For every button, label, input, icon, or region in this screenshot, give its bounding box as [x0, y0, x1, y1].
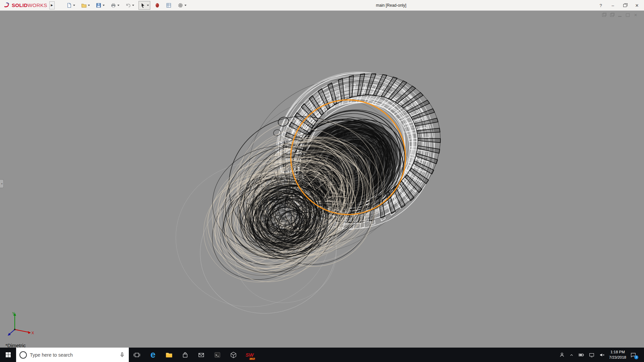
select-button[interactable] — [139, 1, 150, 10]
volume-button[interactable] — [599, 352, 605, 358]
undo-button[interactable] — [124, 1, 136, 10]
restore-icon — [623, 4, 627, 7]
notification-badge: 3 — [634, 355, 638, 359]
solidworks-brand: SOLIDWORKS — [0, 0, 49, 10]
console-icon — [213, 351, 221, 359]
titlebar: SOLIDWORKS ▶ — [0, 0, 644, 11]
open-folder-icon — [81, 2, 87, 8]
start-button[interactable] — [0, 348, 16, 362]
appearance-sphere-icon — [155, 2, 160, 8]
people-button[interactable] — [559, 352, 565, 358]
solidworks-sw-glyph: SW — [246, 352, 254, 358]
open-button[interactable] — [79, 1, 91, 10]
edge-icon: e — [150, 350, 155, 359]
document-title: main [Read-only] — [376, 0, 407, 11]
quick-access-toolbar — [65, 1, 188, 10]
network-pc-icon — [588, 352, 595, 358]
dropdown-caret-icon[interactable] — [147, 5, 149, 6]
dassault-logo-icon — [3, 2, 10, 9]
clock[interactable]: 1:18 PM 7/23/2018 — [609, 350, 626, 360]
task-view-button[interactable] — [129, 348, 145, 362]
new-document-button[interactable] — [65, 1, 76, 10]
cube-3d-icon — [229, 351, 237, 359]
restore-button[interactable] — [620, 1, 630, 9]
microphone-icon[interactable] — [119, 352, 125, 358]
task-view-icon — [133, 351, 141, 359]
gear-icon — [177, 2, 183, 8]
menu-flyout-button[interactable]: ▶ — [49, 1, 55, 9]
people-icon — [559, 352, 565, 358]
solidworks-year-badge: 2017 — [249, 358, 255, 360]
print-button[interactable] — [109, 1, 121, 10]
undo-arrow-icon — [125, 2, 131, 8]
network-button[interactable] — [588, 352, 595, 358]
action-center-button[interactable]: 3 — [630, 352, 637, 358]
tile-window-icon[interactable] — [610, 13, 614, 17]
save-floppy-icon — [96, 2, 102, 8]
save-button[interactable] — [94, 1, 106, 10]
triad-x-label: X — [32, 331, 34, 335]
mdi-close-icon[interactable]: ✕ — [634, 13, 637, 17]
store-bag-icon — [181, 351, 189, 359]
minimize-button[interactable]: – — [608, 1, 618, 9]
file-properties-button[interactable] — [164, 1, 173, 10]
tray-time: 1:18 PM — [609, 350, 626, 355]
taskbar: e SW 2017 — [0, 348, 644, 362]
tray-date: 7/23/2018 — [609, 355, 626, 360]
graphics-area[interactable]: ✕ ◂ Y X *Dimetric — [0, 11, 644, 348]
mdi-minimize-icon[interactable] — [618, 16, 622, 17]
close-button[interactable]: ✕ — [632, 1, 642, 9]
new-document-icon — [66, 2, 72, 8]
dropdown-caret-icon[interactable] — [88, 5, 90, 6]
battery-button[interactable] — [578, 352, 585, 358]
hidden-icons-button[interactable] — [569, 352, 574, 358]
options-button[interactable] — [176, 1, 188, 10]
appearances-button[interactable] — [153, 1, 161, 10]
cortana-icon[interactable] — [19, 351, 27, 359]
taskbar-search[interactable] — [16, 348, 129, 362]
new-window-icon[interactable] — [602, 13, 606, 17]
edge-button[interactable]: e — [145, 348, 161, 362]
search-input[interactable] — [30, 352, 116, 358]
mail-button[interactable] — [193, 348, 209, 362]
dropdown-caret-icon[interactable] — [132, 5, 134, 6]
system-tray: 1:18 PM 7/23/2018 3 — [559, 348, 644, 362]
mail-envelope-icon — [198, 351, 205, 359]
orientation-triad: Y X — [5, 310, 37, 339]
print-icon — [110, 2, 116, 8]
collapsed-panel-tab[interactable]: ◂ — [0, 179, 4, 188]
brand-wordmark: SOLIDWORKS — [12, 2, 47, 8]
battery-icon — [578, 352, 585, 358]
file-explorer-button[interactable] — [161, 348, 177, 362]
solidworks-app-button[interactable]: SW 2017 — [241, 348, 258, 362]
help-button[interactable]: ? — [596, 1, 606, 9]
dropdown-caret-icon[interactable] — [184, 5, 186, 6]
console-button[interactable] — [209, 348, 225, 362]
mixed-reality-button[interactable] — [225, 348, 241, 362]
solidworks-icon: SW 2017 — [245, 350, 255, 360]
store-button[interactable] — [177, 348, 193, 362]
chevron-up-icon — [569, 352, 574, 358]
window-controls: ? – ✕ — [596, 0, 642, 11]
dropdown-caret-icon[interactable] — [103, 5, 105, 6]
triad-y-label: Y — [12, 311, 15, 315]
mdi-window-controls: ✕ — [602, 13, 637, 17]
mdi-restore-icon[interactable] — [626, 13, 630, 17]
file-explorer-icon — [165, 351, 173, 359]
engine-wireframe-model[interactable] — [0, 11, 644, 348]
view-orientation-label: *Dimetric — [5, 343, 26, 348]
file-properties-icon — [166, 2, 172, 8]
windows-logo-icon — [5, 352, 11, 358]
dropdown-caret-icon[interactable] — [73, 5, 75, 6]
select-cursor-icon — [140, 2, 146, 8]
volume-muted-icon — [599, 352, 605, 358]
brand-works: WORKS — [28, 2, 47, 8]
dropdown-caret-icon[interactable] — [117, 5, 119, 6]
brand-solid: SOLID — [12, 2, 28, 8]
